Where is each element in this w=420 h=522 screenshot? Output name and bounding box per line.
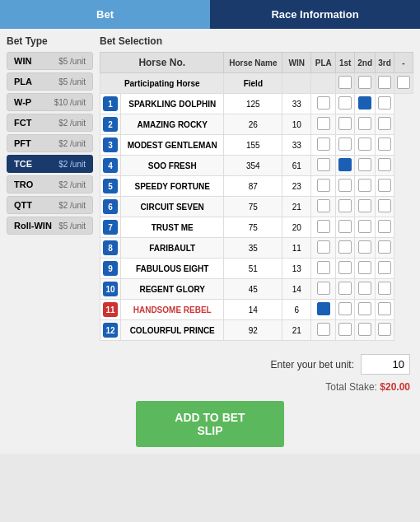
horse-pla-odds: 14 — [282, 279, 311, 300]
table-row: 10 REGENT GLORY 45 14 — [100, 279, 413, 300]
horse-cb3[interactable] — [355, 176, 376, 197]
tab-race-information[interactable]: Race Information — [210, 0, 420, 29]
bet-btn-pft[interactable]: PFT$2 /unit — [7, 134, 93, 152]
horse-cb3[interactable] — [355, 320, 376, 341]
bet-btn-tce[interactable]: TCE$2 /unit — [7, 155, 93, 173]
horse-cb1[interactable] — [311, 135, 336, 156]
field-cb2[interactable] — [355, 73, 376, 94]
horse-cb4[interactable] — [376, 217, 394, 238]
horse-cb4[interactable] — [376, 238, 394, 259]
horse-cb3[interactable] — [355, 197, 376, 217]
table-row: 9 FABULOUS EIGHT 51 13 — [100, 259, 413, 279]
horse-win-odds: 35 — [224, 238, 282, 259]
horse-cb1[interactable] — [311, 259, 336, 279]
horse-name-cell: AMAZING ROCKY — [121, 114, 224, 135]
th-2nd: 2nd — [355, 53, 376, 73]
bet-btn-tro[interactable]: TRO$2 /unit — [7, 175, 93, 193]
horse-cb2[interactable] — [336, 197, 355, 217]
bet-btn-label: TRO — [14, 179, 33, 189]
horse-cb1[interactable] — [311, 176, 336, 197]
horse-badge-cell: 6 — [100, 197, 121, 217]
horse-name-cell: SPARKLING DOLPHIN — [121, 94, 224, 114]
total-stake-label: Total Stake: — [325, 381, 377, 393]
bet-btn-w-p[interactable]: W-P$10 /unit — [7, 93, 93, 111]
horse-cb3[interactable] — [355, 114, 376, 135]
horse-cb2[interactable] — [336, 217, 355, 238]
horse-cb1[interactable] — [311, 114, 336, 135]
bet-btn-unit: $2 /unit — [58, 139, 86, 148]
horse-cb1[interactable] — [311, 238, 336, 259]
th-horsename: Horse Name — [224, 53, 282, 73]
add-to-bet-slip-button[interactable]: ADD TO BET SLIP — [136, 401, 284, 447]
horse-cb4[interactable] — [376, 300, 394, 320]
horse-pla-odds: 13 — [282, 259, 311, 279]
horse-cb3[interactable] — [355, 94, 376, 114]
bet-btn-roll-win[interactable]: Roll-WIN$5 /unit — [7, 217, 93, 235]
horse-cb1[interactable] — [311, 156, 336, 176]
field-cb4[interactable] — [394, 73, 413, 94]
field-cb1[interactable] — [336, 73, 355, 94]
horse-cb1[interactable] — [311, 197, 336, 217]
horse-win-odds: 92 — [224, 320, 282, 341]
horse-cb4[interactable] — [376, 197, 394, 217]
horse-cb4[interactable] — [376, 320, 394, 341]
table-row: 8 FARIBAULT 35 11 — [100, 238, 413, 259]
tabs-container: Bet Race Information — [0, 0, 420, 29]
total-stake-row: Total Stake: $20.00 — [10, 381, 410, 393]
bet-btn-label: Roll-WIN — [14, 221, 52, 231]
horse-name-cell: TRUST ME — [121, 217, 224, 238]
bet-unit-input[interactable] — [361, 354, 410, 375]
bet-btn-win[interactable]: WIN$5 /unit — [7, 52, 93, 70]
horse-cb4[interactable] — [376, 94, 394, 114]
horse-cb4[interactable] — [376, 176, 394, 197]
th-1st: 1st — [336, 53, 355, 73]
horse-number-badge: 8 — [103, 240, 118, 255]
horse-cb2[interactable] — [336, 114, 355, 135]
horse-cb2[interactable] — [336, 94, 355, 114]
horse-cb4[interactable] — [376, 156, 394, 176]
horse-cb3[interactable] — [355, 217, 376, 238]
horse-table-body: 1 SPARKLING DOLPHIN 125 33 2 AMAZING ROC… — [100, 94, 413, 341]
horse-cb3[interactable] — [355, 238, 376, 259]
bet-btn-qtt[interactable]: QTT$2 /unit — [7, 196, 93, 214]
horse-cb2[interactable] — [336, 135, 355, 156]
horse-badge-cell: 5 — [100, 176, 121, 197]
horse-pla-odds: 10 — [282, 114, 311, 135]
horse-cb1[interactable] — [311, 217, 336, 238]
horse-number-badge: 11 — [103, 302, 118, 317]
horse-cb1[interactable] — [311, 94, 336, 114]
bet-btn-label: W-P — [14, 97, 31, 107]
horse-cb2[interactable] — [336, 238, 355, 259]
horse-cb2[interactable] — [336, 156, 355, 176]
horse-cb4[interactable] — [376, 135, 394, 156]
field-cb3[interactable] — [376, 73, 394, 94]
horse-cb4[interactable] — [376, 259, 394, 279]
horse-name-text: CIRCUIT SEVEN — [141, 203, 204, 212]
bet-btn-pla[interactable]: PLA$5 /unit — [7, 72, 93, 91]
field-label: Field — [224, 73, 282, 94]
horse-cb1[interactable] — [311, 279, 336, 300]
horse-cb3[interactable] — [355, 156, 376, 176]
horse-cb2[interactable] — [336, 300, 355, 320]
horse-badge-cell: 12 — [100, 320, 121, 341]
bet-btn-unit: $2 /unit — [58, 201, 86, 210]
horse-cb3[interactable] — [355, 279, 376, 300]
table-row: 11 HANDSOME REBEL 14 6 — [100, 300, 413, 320]
horse-win-odds: 26 — [224, 114, 282, 135]
horse-cb2[interactable] — [336, 259, 355, 279]
horse-cb2[interactable] — [336, 279, 355, 300]
horse-cb2[interactable] — [336, 176, 355, 197]
bet-btn-unit: $5 /unit — [58, 57, 86, 66]
horse-cb4[interactable] — [376, 279, 394, 300]
horse-cb1[interactable] — [311, 300, 336, 320]
tab-bet[interactable]: Bet — [0, 0, 210, 29]
horse-cb3[interactable] — [355, 300, 376, 320]
horse-cb3[interactable] — [355, 259, 376, 279]
horse-cb4[interactable] — [376, 114, 394, 135]
bet-btn-fct[interactable]: FCT$2 /unit — [7, 114, 93, 132]
horse-cb3[interactable] — [355, 135, 376, 156]
horse-cb1[interactable] — [311, 320, 336, 341]
horse-win-odds: 45 — [224, 279, 282, 300]
horse-cb2[interactable] — [336, 320, 355, 341]
bet-btn-unit: $5 /unit — [58, 77, 86, 86]
